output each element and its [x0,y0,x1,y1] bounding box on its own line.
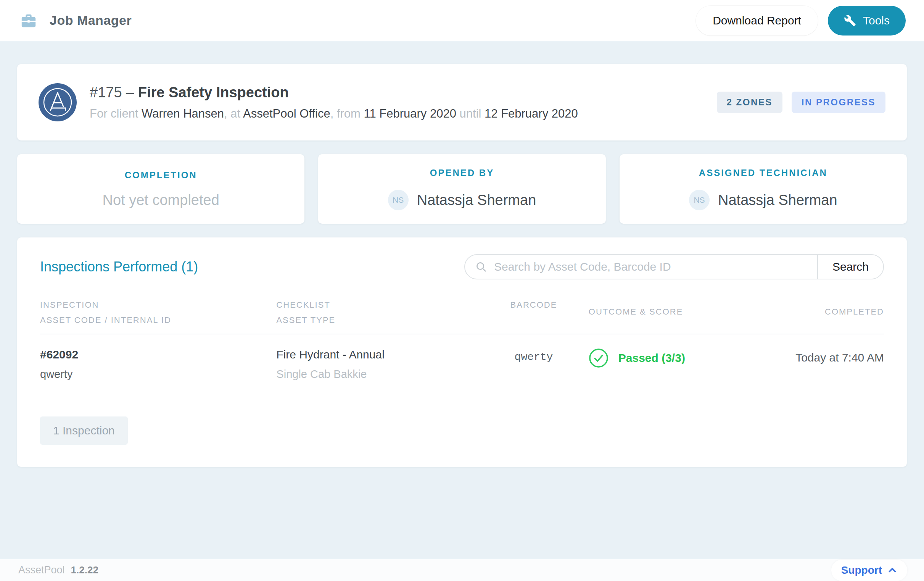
header-asset-code: ASSET CODE / INTERNAL ID [40,316,276,324]
stats-row: COMPLETION Not yet completed OPENED BY N… [17,154,907,224]
subtitle-until: until [456,107,485,120]
subtitle-from: , from [330,107,364,120]
search-input[interactable] [494,260,817,273]
footer-version: 1.2.22 [71,564,99,576]
row-completed: Today at 7:40 AM [783,348,884,364]
chevron-up-icon [888,565,897,575]
header-asset-type: ASSET TYPE [276,316,479,324]
download-report-button[interactable]: Download Report [696,6,818,35]
completion-label: COMPLETION [125,170,197,180]
job-title: #175 – Fire Safety Inspection [90,84,578,101]
table-row[interactable]: #62092 qwerty Fire Hydrant - Annual Sing… [40,334,884,394]
job-name: Fire Safety Inspection [138,84,289,100]
row-asset-type: Single Cab Bakkie [276,368,479,381]
footer-brand: AssetPool [18,564,65,576]
check-circle-icon [589,348,609,368]
topbar: Job Manager Download Report Tools [0,0,924,41]
wrench-icon [844,15,856,27]
search-box: Search [464,254,884,280]
assigned-technician-card: ASSIGNED TECHNICIAN NS Natassja Sherman [620,154,907,224]
inspections-card: Inspections Performed (1) Search INSPECT… [17,237,907,467]
status-badge: IN PROGRESS [792,92,886,113]
footer: AssetPool 1.2.22 Support [0,559,924,581]
job-subtitle: For client Warren Hansen, at AssetPool O… [90,107,578,121]
technician-avatar: NS [689,190,710,210]
table-header: INSPECTION ASSET CODE / INTERNAL ID CHEC… [40,301,884,334]
job-location: AssetPool Office [243,107,330,120]
technician-name: Natassja Sherman [718,192,837,209]
row-outcome: Passed (3/3) [589,348,783,368]
search-button[interactable]: Search [818,255,883,279]
header-completed: COMPLETED [783,308,884,324]
assetpool-logo-icon [38,83,77,121]
job-summary-card: #175 – Fire Safety Inspection For client… [17,64,907,141]
header-checklist: CHECKLIST [276,301,479,309]
search-icon [475,261,487,273]
job-number: #175 – [90,84,138,100]
job-start-date: 11 February 2020 [364,107,456,120]
opened-by-name: Natassja Sherman [417,192,536,209]
completion-value: Not yet completed [102,192,219,209]
row-outcome-text: Passed (3/3) [619,352,685,364]
header-outcome: OUTCOME & SCORE [589,308,783,324]
tools-button-label: Tools [863,14,890,27]
assigned-technician-label: ASSIGNED TECHNICIAN [699,167,827,178]
inspection-count-chip: 1 Inspection [40,417,128,445]
support-label: Support [841,564,882,576]
row-internal-id: qwerty [40,368,276,381]
subtitle-for-client: For client [90,107,142,120]
row-checklist: Fire Hydrant - Annual [276,348,479,361]
client-name: Warren Hansen [142,107,224,120]
support-button[interactable]: Support [831,559,907,581]
opened-by-avatar: NS [388,190,409,210]
job-end-date: 12 February 2020 [485,107,578,120]
header-barcode: BARCODE [479,301,589,324]
row-barcode: qwerty [479,348,589,363]
inspections-title: Inspections Performed (1) [40,259,198,275]
tools-button[interactable]: Tools [828,6,906,35]
header-inspection: INSPECTION [40,301,276,309]
row-inspection-id: #62092 [40,348,276,361]
opened-by-card: OPENED BY NS Natassja Sherman [318,154,606,224]
briefcase-icon [20,12,37,30]
main-content: #175 – Fire Safety Inspection For client… [0,64,924,467]
zones-badge: 2 ZONES [717,92,782,113]
completion-card: COMPLETION Not yet completed [17,154,304,224]
subtitle-at: , at [224,107,243,120]
opened-by-label: OPENED BY [430,167,494,178]
page-title: Job Manager [50,13,132,28]
inspections-table: INSPECTION ASSET CODE / INTERNAL ID CHEC… [40,301,884,394]
